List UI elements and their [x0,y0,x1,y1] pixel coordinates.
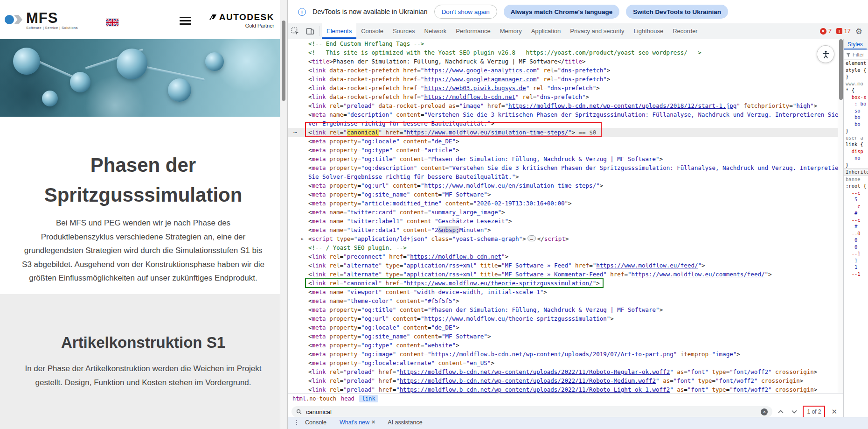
code-line[interactable]: <link rel="canonical" href="https://www.… [288,279,844,288]
tab-memory[interactable]: Memory [495,23,527,39]
notification-button-always-match-chrome-s-language[interactable]: Always match Chrome's language [504,5,620,19]
clear-search-icon[interactable]: ✕ [761,408,768,415]
code-line[interactable]: <meta property="og:locale" content="de_D… [288,323,844,332]
code-line[interactable]: <link rel="preload" data-rocket-preload … [288,101,844,110]
styles-line: bo [844,114,868,121]
uk-flag-icon[interactable] [106,19,118,26]
tab-network[interactable]: Network [420,23,451,39]
notification-message: DevTools is now available in Ukrainian [312,8,428,15]
code-line[interactable]: <meta property="og:title" content="Phase… [288,155,844,163]
code-line[interactable]: <link rel="preload" href="https://moldfl… [288,376,844,385]
error-count-badge[interactable]: ✕ 7 [820,28,832,35]
issues-icon: ! [836,28,842,34]
code-line[interactable]: <meta name="twitter:data1" content="2&nb… [288,225,844,234]
code-line[interactable]: ⋯<link rel="canonical" href="https://www… [288,128,844,137]
next-match-button[interactable] [789,407,799,417]
notification-button-don-t-show-again[interactable]: Don't show again [434,5,497,19]
drawer-tab-console[interactable]: Console [305,419,326,426]
elements-scrollbar-thumb[interactable] [839,39,843,100]
breadcrumb: html.no-touchheadlink [288,393,844,404]
section-title: Artikelkonstruktion S1 [27,334,260,352]
page-title: Phasen der Spritzgusssimulation [27,150,260,210]
toolbar-divider [319,26,320,36]
page-scrollbar[interactable] [280,0,287,429]
notification-actions: Don't show againAlways match Chrome's la… [434,5,728,19]
code-line[interactable]: <meta name="twitter:card" content="summa… [288,208,844,217]
code-line[interactable]: ver-Ergebnisse richtig für bessere Baute… [288,119,844,128]
code-line[interactable]: <!-- This site is optimized with the Yoa… [288,48,844,57]
search-field[interactable]: ✕ [292,406,772,417]
drawer-kebab-menu-icon[interactable]: ⋮ [288,419,305,426]
code-line[interactable]: <meta property="og:url" content="https:/… [288,181,844,190]
red-annotation-box: <link rel="canonical" href="https://www.… [308,128,596,137]
code-line[interactable]: <meta property="og:site_name" content="M… [288,332,844,341]
code-line[interactable]: <meta property="og:locale" content="de_D… [288,137,844,146]
code-line[interactable]: <link rel="alternate" type="application/… [288,261,844,270]
device-toolbar-icon[interactable] [303,23,318,39]
breadcrumb-item-head[interactable]: head [341,395,354,402]
code-line[interactable]: <meta property="og:site_name" content="M… [288,190,844,199]
code-line[interactable]: <!-- / Yoast SEO plugin. --> [288,243,844,252]
tab-sources[interactable]: Sources [388,23,420,39]
code-line[interactable]: <link data-rocket-prefetch href="https:/… [288,84,844,92]
accessibility-widget-button[interactable] [817,45,834,63]
styles-line: * { [844,87,868,94]
breadcrumb-item-html-no-touch[interactable]: html.no-touch [292,395,336,402]
drawer-tab-ai-assistance[interactable]: AI assistance [388,419,422,426]
styles-line: :root { [844,183,868,190]
code-line[interactable]: <meta name="twitter:label1" content="Ges… [288,217,844,225]
site-header: MFS Software | Service | Solutions AUTOD… [0,0,287,39]
code-line[interactable]: <meta name="viewport" content="width=dev… [288,288,844,296]
settings-gear-icon[interactable]: ⚙ [855,27,862,36]
code-line[interactable]: <link rel="alternate" type="application/… [288,270,844,279]
code-line[interactable]: ▸<script type="application/ld+json" clas… [288,234,844,243]
code-line[interactable]: <meta name="theme-color" content="#f5f5f… [288,296,844,305]
code-line[interactable]: <meta property="og:title" content="Phase… [288,305,844,314]
code-line[interactable]: <!-- End Custom Hreflang Tags --> [288,39,844,48]
tab-privacy-and-security[interactable]: Privacy and security [565,23,629,39]
code-line[interactable]: <title>Phasen der Simulation: Füllung, N… [288,57,844,66]
code-line[interactable]: <link rel="preload" href="https://moldfl… [288,367,844,376]
tab-application[interactable]: Application [527,23,566,39]
styles-line: no [844,155,868,162]
menu-hamburger-icon[interactable] [180,17,191,25]
code-line[interactable]: <meta property="og:description" content=… [288,163,844,172]
code-line[interactable]: <meta property="og:locale:alternate" con… [288,359,844,367]
tab-console[interactable]: Console [356,23,388,39]
code-line[interactable]: <meta property="article:modified_time" c… [288,199,844,208]
notification-button-switch-devtools-to-ukrainian[interactable]: Switch DevTools to Ukrainian [626,5,728,19]
code-line[interactable]: <meta property="og:type" content="websit… [288,341,844,350]
code-line[interactable]: <link data-rocket-prefetch href="https:/… [288,92,844,101]
close-search-icon[interactable]: ✕ [828,408,840,416]
code-line[interactable]: <link data-rocket-prefetch href="https:/… [288,66,844,75]
page-scrollbar-thumb[interactable] [282,21,285,101]
styles-line: --c [844,217,868,224]
code-line[interactable]: Sie Solver-Ergebnisse richtig für besser… [288,172,844,181]
drawer-tab-what-s-new[interactable]: What's new [340,419,369,426]
styles-line: # [844,223,868,230]
code-line[interactable]: <link rel="preconnect" href="https://mol… [288,252,844,261]
code-line[interactable]: <link data-rocket-prefetch href="https:/… [288,75,844,84]
code-line[interactable]: <meta property="og:type" content="articl… [288,146,844,155]
tab-elements[interactable]: Elements [322,23,356,39]
styles-line: --1 [844,250,868,257]
tab-styles[interactable]: Styles [844,39,867,49]
search-input[interactable] [305,408,757,416]
close-icon[interactable]: ✕ [371,419,375,425]
site-logo[interactable]: MFS Software | Service | Solutions [5,11,78,30]
previous-match-button[interactable] [776,407,786,417]
code-line[interactable]: <link rel="preload" href="https://moldfl… [288,385,844,393]
issue-count-badge[interactable]: ! 17 [836,28,851,35]
more-actions-icon[interactable]: ⋯ [293,128,296,137]
tab-recorder[interactable]: Recorder [668,23,702,39]
code-line[interactable]: <meta name="description" content="Verste… [288,110,844,119]
expand-arrow-icon[interactable]: ▸ [301,234,304,243]
code-line[interactable]: <meta property="og:url" content="https:/… [288,314,844,323]
tab-lighthouse[interactable]: Lighthouse [629,23,668,39]
styles-line: box-s [844,94,868,101]
breadcrumb-item-link[interactable]: link [359,395,378,402]
tab-performance[interactable]: Performance [451,23,495,39]
styles-filter-row[interactable]: Filter [844,50,868,60]
inspect-element-icon[interactable] [288,23,303,39]
code-line[interactable]: <meta property="og:image" content="https… [288,350,844,359]
